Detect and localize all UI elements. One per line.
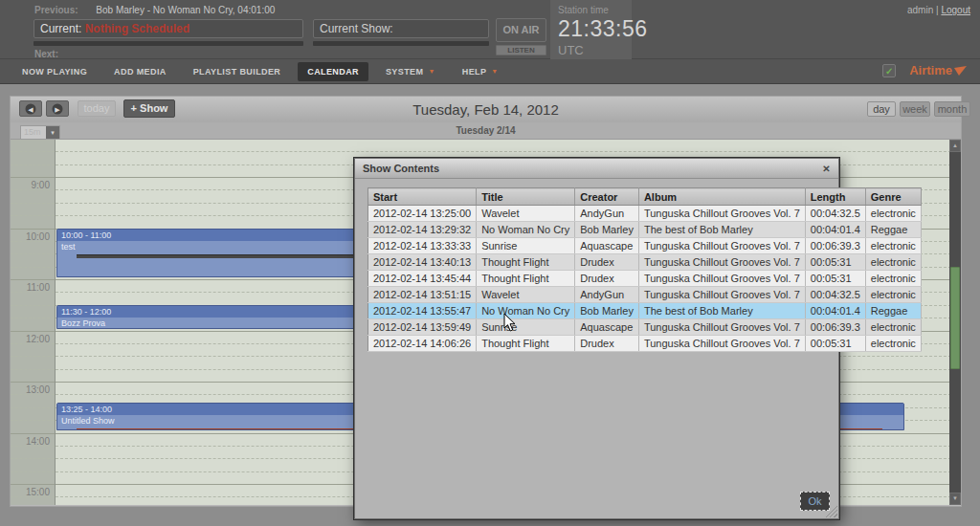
time-label: 14:00 xyxy=(11,436,50,447)
day-column-header: Tuesday 2/14 xyxy=(11,122,961,140)
quarter-gridline xyxy=(11,458,55,459)
table-cell: 00:04:01.4 xyxy=(805,303,865,319)
dialog-title: Show Contents xyxy=(355,159,838,179)
calendar-toolbar: ◀ ▶ today + Show Tuesday, Feb 14, 2012 d… xyxy=(11,97,961,122)
nav-item-label: PLAYLIST BUILDER xyxy=(193,67,281,77)
table-cell: electronic xyxy=(865,336,921,352)
scroll-down-icon[interactable]: ▼ xyxy=(949,493,961,505)
table-cell: No Woman No Cry xyxy=(477,222,575,238)
quarter-gridline xyxy=(56,151,951,152)
hour-gridline xyxy=(11,484,55,485)
nav-item-playlist-builder[interactable]: PLAYLIST BUILDER xyxy=(184,62,291,81)
table-cell: Tunguska Chillout Grooves Vol. 7 xyxy=(638,254,805,271)
table-row[interactable]: 2012-02-14 13:55:47No Woman No CryBob Ma… xyxy=(368,303,922,319)
table-cell: Reggae xyxy=(865,303,921,319)
table-row[interactable]: 2012-02-14 13:59:49SunriseAquascapeTungu… xyxy=(368,319,922,336)
column-header-start[interactable]: Start xyxy=(368,188,477,206)
table-cell: Thought Flight xyxy=(477,336,575,352)
table-row[interactable]: 2012-02-14 13:45:44Thought FlightDrudexT… xyxy=(368,271,922,287)
nav-item-calendar[interactable]: CALENDAR xyxy=(298,62,368,81)
nav-item-label: ADD MEDIA xyxy=(114,67,167,77)
nav-items: NOW PLAYINGADD MEDIAPLAYLIST BUILDERCALE… xyxy=(12,62,516,81)
next-label: Next: xyxy=(34,49,58,59)
next-track-line: Next: xyxy=(34,49,58,59)
current-label: Current: xyxy=(40,22,81,35)
hour-gridline xyxy=(11,433,55,434)
hour-gridline xyxy=(11,331,55,332)
table-cell: Tunguska Chillout Grooves Vol. 7 xyxy=(638,336,805,352)
column-header-genre[interactable]: Genre xyxy=(865,188,921,206)
ok-button[interactable]: Ok xyxy=(800,492,830,511)
table-cell: Bob Marley xyxy=(575,222,639,238)
time-label: 9:00 xyxy=(11,180,50,190)
current-show-box: Current Show: xyxy=(313,19,489,38)
table-body: 2012-02-14 13:25:00WaveletAndyGunTungusk… xyxy=(368,206,922,352)
nav-item-label: NOW PLAYING xyxy=(22,67,87,77)
table-cell: Thought Flight xyxy=(477,271,575,287)
time-gutter: 9:0010:0011:0012:0013:0014:0015:00 xyxy=(11,140,56,505)
close-icon[interactable]: ✕ xyxy=(819,162,834,176)
logout-link[interactable]: Logout xyxy=(941,5,970,15)
nav-item-system[interactable]: SYSTEM▼ xyxy=(376,62,445,81)
table-row[interactable]: 2012-02-14 13:25:00WaveletAndyGunTungusk… xyxy=(368,206,922,222)
table-cell: 2012-02-14 13:51:15 xyxy=(368,287,477,303)
column-header-title[interactable]: Title xyxy=(477,188,575,206)
nav-item-add-media[interactable]: ADD MEDIA xyxy=(104,62,176,81)
time-label: 15:00 xyxy=(11,487,50,497)
table-row[interactable]: 2012-02-14 13:29:32No Woman No CryBob Ma… xyxy=(368,222,922,238)
table-cell: Aquascape xyxy=(575,319,639,336)
table-cell: 2012-02-14 13:33:33 xyxy=(368,238,477,254)
column-header-creator[interactable]: Creator xyxy=(575,188,639,206)
table-cell: Wavelet xyxy=(477,206,575,222)
station-time-panel: Station time 21:33:56 UTC xyxy=(550,0,632,59)
table-cell: 2012-02-14 13:40:13 xyxy=(368,254,477,271)
current-show-progressbar xyxy=(313,41,489,46)
view-button-day[interactable]: day xyxy=(867,101,896,117)
table-cell: No Woman No Cry xyxy=(477,303,575,319)
chevron-down-icon: ▼ xyxy=(428,68,434,75)
table-cell: 00:05:31 xyxy=(805,271,865,287)
view-button-month[interactable]: month xyxy=(934,101,970,117)
quarter-gridline xyxy=(11,420,55,421)
table-cell: 2012-02-14 13:59:49 xyxy=(368,319,477,336)
interval-select[interactable]: 15m ▾ xyxy=(20,125,60,140)
time-label: 11:00 xyxy=(11,282,50,293)
current-track-progressbar xyxy=(33,41,303,46)
table-row[interactable]: 2012-02-14 13:40:13Thought FlightDrudexT… xyxy=(368,254,922,271)
table-row[interactable]: 2012-02-14 13:33:33SunriseAquascapeTungu… xyxy=(368,238,922,254)
listen-button[interactable]: LISTEN xyxy=(496,45,546,55)
table-cell: 00:05:31 xyxy=(805,336,865,352)
quarter-gridline xyxy=(11,215,55,216)
column-header-album[interactable]: Album xyxy=(638,188,805,206)
nav-item-label: CALENDAR xyxy=(307,67,359,77)
table-cell: Reggae xyxy=(865,222,921,238)
table-row[interactable]: 2012-02-14 13:51:15WaveletAndyGunTungusk… xyxy=(368,287,922,303)
quarter-gridline xyxy=(11,356,55,357)
table-header-row: StartTitleCreatorAlbumLengthGenre xyxy=(368,188,922,206)
hour-gridline xyxy=(11,382,55,383)
table-cell: Sunrise xyxy=(477,319,575,336)
on-air-indicator: ON AIR xyxy=(496,18,546,42)
nav-item-now-playing[interactable]: NOW PLAYING xyxy=(12,62,97,81)
scroll-up-icon[interactable]: ▲ xyxy=(949,140,961,152)
table-cell: 00:04:32.5 xyxy=(805,287,865,303)
quarter-gridline xyxy=(11,203,55,204)
table-cell: 2012-02-14 14:06:26 xyxy=(368,336,477,352)
current-show-label: Current Show: xyxy=(320,22,393,35)
dialog-titlebar[interactable]: Show Contents ✕ xyxy=(355,159,838,179)
table-row[interactable]: 2012-02-14 14:06:26Thought FlightDrudexT… xyxy=(368,336,922,352)
table-cell: 2012-02-14 13:45:44 xyxy=(368,271,477,287)
nav-item-help[interactable]: HELP▼ xyxy=(453,62,508,81)
column-header-length[interactable]: Length xyxy=(805,188,865,206)
table-cell: Wavelet xyxy=(477,287,575,303)
table-cell: 00:06:39.3 xyxy=(805,238,865,254)
table-cell: 00:06:39.3 xyxy=(805,319,865,336)
table-cell: electronic xyxy=(865,319,921,336)
calendar-scrollbar[interactable]: ▲ ▼ xyxy=(949,140,961,505)
view-button-week[interactable]: week xyxy=(900,101,930,117)
scrollbar-thumb[interactable] xyxy=(950,267,960,369)
table-cell: Thought Flight xyxy=(477,254,575,271)
hour-gridline xyxy=(11,279,55,280)
quarter-gridline xyxy=(11,151,55,152)
table-cell: AndyGun xyxy=(575,206,639,222)
